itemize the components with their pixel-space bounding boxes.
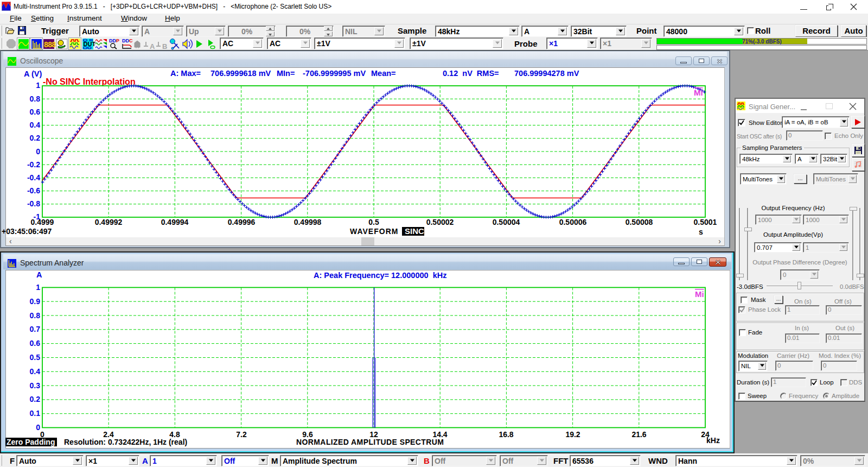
svg-text:C: C	[129, 38, 133, 43]
svg-text:DD: DD	[122, 38, 129, 43]
svg-text:B: B	[162, 42, 167, 50]
svg-text:DD: DD	[109, 38, 116, 43]
svg-text:888: 888	[44, 40, 56, 49]
svg-text:DUT: DUT	[84, 41, 96, 47]
svg-text:A: A	[150, 42, 155, 50]
svg-text:P: P	[116, 38, 119, 43]
